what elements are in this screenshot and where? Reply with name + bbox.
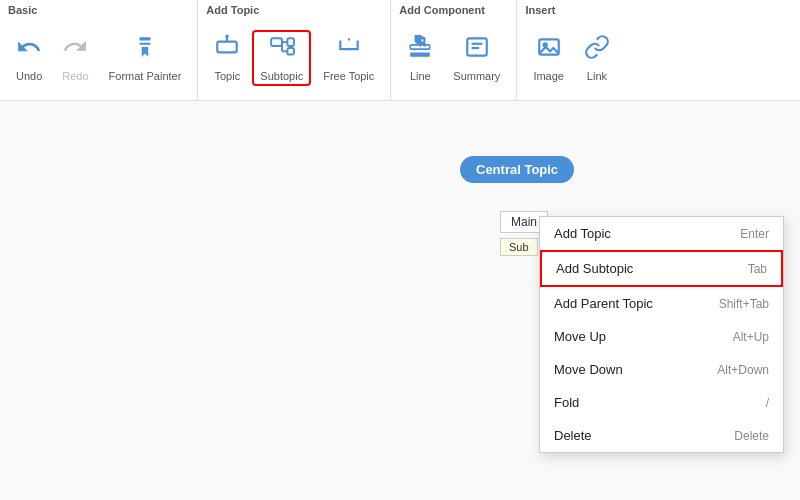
- image-button[interactable]: Image: [525, 30, 572, 86]
- context-menu-item-add-topic[interactable]: Add Topic Enter: [540, 217, 783, 250]
- context-menu-shortcut-delete: Delete: [734, 429, 769, 443]
- toolbar-section-insert: Insert Image Link: [517, 0, 626, 100]
- context-menu-item-add-subtopic[interactable]: Add Subtopic Tab: [540, 250, 783, 287]
- link-button[interactable]: Link: [576, 30, 618, 86]
- section-label-add-topic: Add Topic: [206, 4, 382, 16]
- central-topic-node[interactable]: Central Topic: [460, 156, 574, 183]
- context-menu-item-delete[interactable]: Delete Delete: [540, 419, 783, 452]
- canvas: Central Topic Main Sub Add Topic Enter A…: [0, 101, 800, 500]
- section-label-basic: Basic: [8, 4, 189, 16]
- context-menu-label-delete: Delete: [554, 428, 592, 443]
- line-label: Line: [410, 70, 431, 82]
- context-menu: Add Topic Enter Add Subtopic Tab Add Par…: [539, 216, 784, 453]
- context-menu-item-add-parent-topic[interactable]: Add Parent Topic Shift+Tab: [540, 287, 783, 320]
- svg-rect-14: [539, 39, 559, 54]
- section-label-add-component: Add Component: [399, 4, 508, 16]
- context-menu-label-add-parent-topic: Add Parent Topic: [554, 296, 653, 311]
- toolbar-section-basic: Basic Undo Redo Format Paint: [0, 0, 198, 100]
- insert-items: Image Link: [525, 20, 618, 96]
- context-menu-shortcut-move-down: Alt+Down: [717, 363, 769, 377]
- context-menu-item-fold[interactable]: Fold /: [540, 386, 783, 419]
- svg-point-15: [543, 43, 546, 46]
- toolbar-section-add-topic: Add Topic Topic: [198, 0, 391, 100]
- context-menu-label-add-topic: Add Topic: [554, 226, 611, 241]
- context-menu-shortcut-fold: /: [766, 396, 769, 410]
- toolbar: Basic Undo Redo Format Paint: [0, 0, 800, 101]
- link-label: Link: [587, 70, 607, 82]
- redo-button[interactable]: Redo: [54, 30, 96, 86]
- context-menu-shortcut-add-parent-topic: Shift+Tab: [719, 297, 769, 311]
- basic-items: Undo Redo Format Painter: [8, 20, 189, 96]
- svg-rect-10: [411, 45, 431, 49]
- context-menu-item-move-down[interactable]: Move Down Alt+Down: [540, 353, 783, 386]
- undo-icon: [16, 34, 42, 66]
- context-menu-label-add-subtopic: Add Subtopic: [556, 261, 633, 276]
- add-component-items: Line Summary: [399, 20, 508, 96]
- context-menu-label-move-down: Move Down: [554, 362, 623, 377]
- free-topic-button[interactable]: Free Topic: [315, 30, 382, 86]
- topic-label: Topic: [215, 70, 241, 82]
- summary-icon: [464, 34, 490, 66]
- svg-point-2: [226, 35, 229, 38]
- add-topic-items: Topic Subtopic: [206, 20, 382, 96]
- topic-icon: [214, 34, 240, 66]
- summary-button[interactable]: Summary: [445, 30, 508, 86]
- svg-rect-8: [287, 48, 294, 55]
- redo-icon: [62, 34, 88, 66]
- topic-button[interactable]: Topic: [206, 30, 248, 86]
- svg-rect-3: [271, 38, 282, 46]
- section-label-insert: Insert: [525, 4, 618, 16]
- context-menu-shortcut-move-up: Alt+Up: [733, 330, 769, 344]
- context-menu-shortcut-add-subtopic: Tab: [748, 262, 767, 276]
- free-topic-icon: [336, 34, 362, 66]
- svg-rect-0: [218, 42, 238, 53]
- image-label: Image: [533, 70, 564, 82]
- format-painter-label: Format Painter: [109, 70, 182, 82]
- link-icon: [584, 34, 610, 66]
- line-button[interactable]: Line: [399, 30, 441, 86]
- subtopic-icon: [269, 34, 295, 66]
- undo-button[interactable]: Undo: [8, 30, 50, 86]
- context-menu-label-fold: Fold: [554, 395, 579, 410]
- svg-rect-5: [287, 38, 294, 46]
- summary-label: Summary: [453, 70, 500, 82]
- format-painter-icon: [132, 34, 158, 66]
- undo-label: Undo: [16, 70, 42, 82]
- image-icon: [536, 34, 562, 66]
- context-menu-label-move-up: Move Up: [554, 329, 606, 344]
- context-menu-item-move-up[interactable]: Move Up Alt+Up: [540, 320, 783, 353]
- toolbar-section-add-component: Add Component Line Summary: [391, 0, 517, 100]
- free-topic-label: Free Topic: [323, 70, 374, 82]
- subtopic-button[interactable]: Subtopic: [252, 30, 311, 86]
- context-menu-shortcut-add-topic: Enter: [740, 227, 769, 241]
- subtopic-canvas-node[interactable]: Sub: [500, 238, 538, 256]
- format-painter-button[interactable]: Format Painter: [101, 30, 190, 86]
- redo-label: Redo: [62, 70, 88, 82]
- subtopic-label: Subtopic: [260, 70, 303, 82]
- line-icon: [407, 34, 433, 66]
